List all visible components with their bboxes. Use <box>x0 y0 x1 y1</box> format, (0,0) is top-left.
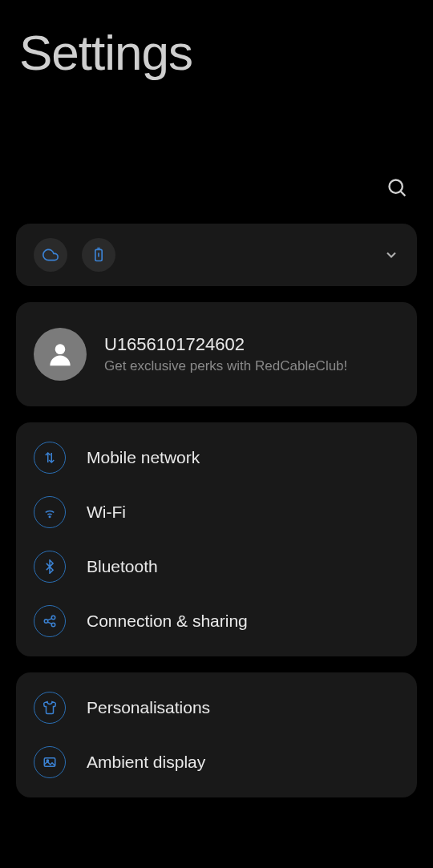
search-row <box>0 81 433 224</box>
svg-point-5 <box>55 344 66 354</box>
shirt-icon <box>34 692 66 724</box>
avatar <box>34 328 87 381</box>
svg-point-11 <box>51 623 55 627</box>
wifi-icon <box>34 496 66 528</box>
page-title: Settings <box>0 0 433 81</box>
svg-point-8 <box>49 516 51 518</box>
chevron-down-icon[interactable] <box>383 247 399 263</box>
image-icon <box>34 746 66 778</box>
settings-item-personalisations[interactable]: Personalisations <box>34 680 399 735</box>
svg-point-10 <box>51 616 55 620</box>
item-label: Mobile network <box>87 448 200 467</box>
svg-point-15 <box>47 760 48 761</box>
item-label: Ambient display <box>87 753 205 772</box>
settings-group-connectivity: Mobile network Wi-Fi Bluetooth <box>16 422 417 656</box>
item-label: Bluetooth <box>87 557 158 576</box>
svg-line-13 <box>47 622 51 624</box>
item-label: Connection & sharing <box>87 612 248 631</box>
settings-item-connection-sharing[interactable]: Connection & sharing <box>34 594 399 648</box>
data-arrows-icon <box>34 442 66 474</box>
svg-point-0 <box>390 180 403 193</box>
account-id: U1656101724602 <box>104 334 347 355</box>
bluetooth-icon <box>34 551 66 583</box>
item-label: Personalisations <box>87 698 210 717</box>
svg-point-9 <box>44 620 48 624</box>
settings-group-personalisation: Personalisations Ambient display <box>16 672 417 797</box>
account-subtitle: Get exclusive perks with RedCableClub! <box>104 358 347 374</box>
account-info: U1656101724602 Get exclusive perks with … <box>104 334 347 374</box>
share-icon <box>34 605 66 637</box>
settings-item-ambient-display[interactable]: Ambient display <box>34 735 399 789</box>
settings-item-wifi[interactable]: Wi-Fi <box>34 485 399 539</box>
search-icon[interactable] <box>386 177 409 200</box>
account-card[interactable]: U1656101724602 Get exclusive perks with … <box>16 302 417 406</box>
cloud-alert-icon[interactable] <box>34 238 67 272</box>
battery-alert-icon[interactable] <box>82 238 115 272</box>
item-label: Wi-Fi <box>87 503 126 522</box>
svg-line-1 <box>401 192 406 196</box>
settings-item-bluetooth[interactable]: Bluetooth <box>34 539 399 594</box>
settings-item-mobile-network[interactable]: Mobile network <box>34 430 399 485</box>
alert-icons <box>34 238 115 272</box>
alerts-card[interactable] <box>16 224 417 286</box>
svg-line-12 <box>47 619 51 620</box>
